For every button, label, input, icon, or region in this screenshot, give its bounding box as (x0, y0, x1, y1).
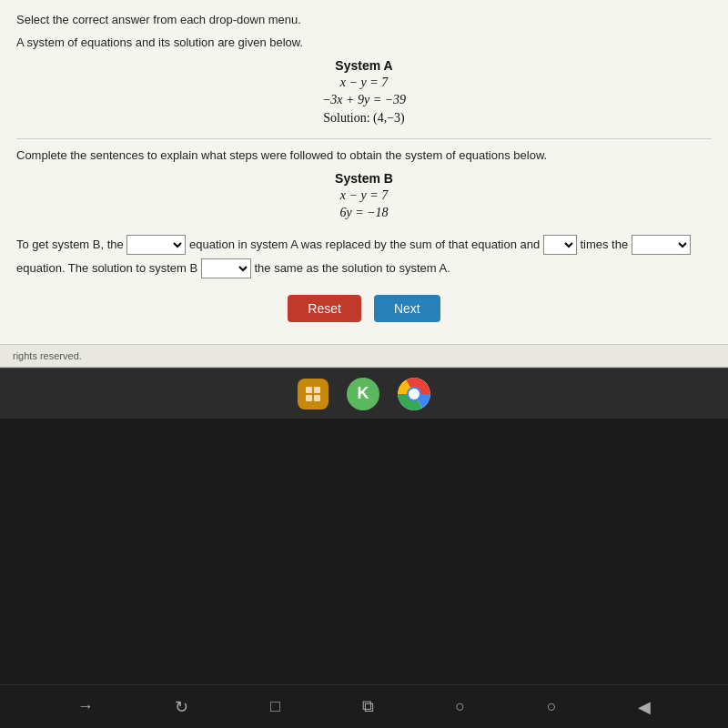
dark-area (0, 419, 728, 684)
fill-prefix: To get system B, the (16, 238, 126, 251)
home-icon[interactable]: □ (270, 697, 280, 716)
complete-instruction-text: Complete the sentences to explain what s… (16, 148, 712, 162)
footer-bar: rights reserved. (0, 345, 728, 368)
dropdown-multiplier[interactable]: 3 -3 1 -1 (543, 235, 577, 255)
fill-times: times the (580, 238, 631, 251)
circle-icon2[interactable]: ○ (547, 697, 557, 716)
fill-middle1: equation in system A was replaced by the… (189, 238, 543, 251)
dropdown-which-equation[interactable]: first second (632, 235, 691, 255)
system-bar: → ↻ □ ⧉ ○ ○ ◀ (0, 684, 728, 728)
taskbar-khan-icon[interactable]: K (347, 378, 379, 410)
back-arrow-icon[interactable]: ◀ (638, 697, 651, 717)
dropdown-equation-selector[interactable]: first second (126, 235, 186, 255)
taskbar: K (0, 368, 728, 419)
separator-line (16, 138, 712, 139)
instruction-text: Select the correct answer from each drop… (16, 13, 712, 26)
svg-rect-1 (314, 387, 320, 393)
svg-rect-2 (306, 395, 312, 401)
system-a-title: System A (16, 58, 712, 73)
chrome-icon-svg (398, 378, 430, 410)
dropdown-same-solution[interactable]: is is not (201, 258, 251, 278)
reset-button[interactable]: Reset (288, 295, 361, 322)
back-icon[interactable]: → (77, 697, 94, 716)
fill-suffix1: equation. The solution to system B (16, 261, 201, 275)
svg-rect-3 (314, 395, 320, 401)
intro-text: A system of equations and its solution a… (16, 35, 712, 49)
fill-suffix2: the same as the solution to system A. (254, 261, 450, 275)
system-a-solution: Solution: (4,−3) (16, 111, 712, 126)
button-row: Reset Next (16, 295, 712, 322)
recents-icon[interactable]: ⧉ (362, 697, 374, 716)
circle-icon1[interactable]: ○ (455, 697, 465, 716)
fill-in-section: To get system B, the first second equati… (16, 233, 712, 280)
system-b-eq2: 6y = −18 (16, 206, 712, 220)
footer-text: rights reserved. (13, 350, 82, 361)
system-a-block: System A x − y = 7 −3x + 9y = −39 Soluti… (16, 58, 712, 126)
taskbar-app-icon[interactable] (298, 379, 329, 410)
app-icon-svg (304, 385, 322, 403)
system-b-block: System B x − y = 7 6y = −18 (16, 171, 712, 220)
refresh-icon[interactable]: ↻ (175, 697, 188, 717)
system-b-title: System B (16, 171, 712, 186)
system-a-eq2: −3x + 9y = −39 (16, 93, 712, 107)
system-a-eq1: x − y = 7 (16, 76, 712, 90)
svg-rect-0 (306, 387, 312, 393)
system-b-eq1: x − y = 7 (16, 188, 712, 203)
svg-point-6 (409, 389, 420, 399)
taskbar-chrome-icon[interactable] (398, 378, 430, 410)
next-button[interactable]: Next (374, 295, 440, 322)
